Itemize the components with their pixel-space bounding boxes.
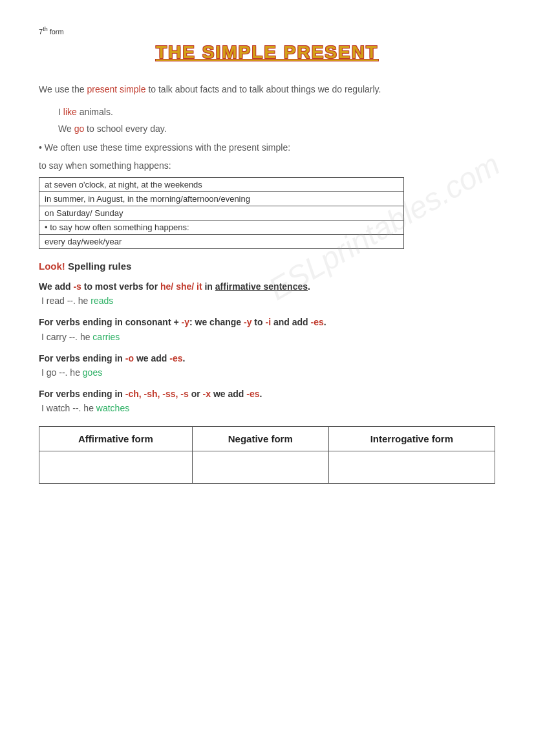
- time-row-2: in summer, in August, in the morning/aft…: [39, 191, 404, 206]
- rule-example-1: I read --. he reads: [41, 296, 495, 306]
- verb-like: like: [63, 107, 77, 117]
- table-row: • to say how often something happens:: [39, 220, 404, 234]
- table-row: on Saturday/ Sunday: [39, 206, 404, 220]
- forms-header-interrogative: Interrogative form: [328, 427, 495, 451]
- grade-sup: th: [43, 26, 48, 32]
- rule-text-1: We add -s to most verbs for he/ she/ it …: [39, 279, 495, 294]
- rule-text-3: For verbs ending in -o we add -es.: [39, 351, 495, 365]
- time-row-3: on Saturday/ Sunday: [39, 206, 404, 220]
- rule-example-3: I go --. he goes: [41, 367, 495, 378]
- time-row-1: at seven o'clock, at night, at the weeke…: [39, 177, 404, 191]
- rule-text-2: For verbs ending in consonant + -y: we c…: [39, 315, 495, 329]
- spelling-title: Look! Spelling rules: [39, 261, 495, 272]
- rule-block-2: For verbs ending in consonant + -y: we c…: [39, 315, 495, 341]
- grade-suffix: form: [48, 28, 64, 36]
- rule-example-2: I carry --. he carries: [41, 332, 495, 342]
- table-row: every day/week/year: [39, 234, 404, 248]
- highlight-present-simple: present simple: [87, 84, 145, 94]
- time-row-5: every day/week/year: [39, 234, 404, 248]
- grade-label: 7th form: [39, 26, 495, 36]
- rule-block-1: We add -s to most verbs for he/ she/ it …: [39, 279, 495, 306]
- example-1: I like animals.: [58, 107, 495, 117]
- intro-paragraph: We use the present simple to talk about …: [39, 82, 495, 96]
- time-expr-intro-1: • We often use these time expressions wi…: [39, 140, 495, 155]
- rule-text-4: For verbs ending in -ch, -sh, -ss, -s or…: [39, 387, 495, 401]
- forms-table: Affirmative form Negative form Interroga…: [39, 426, 495, 484]
- forms-table-row-empty: [39, 451, 495, 484]
- rule-block-3: For verbs ending in -o we add -es. I go …: [39, 351, 495, 378]
- rule-block-4: For verbs ending in -ch, -sh, -ss, -s or…: [39, 387, 495, 413]
- look-label: Look!: [39, 261, 65, 272]
- example-2: We go to school every day.: [58, 124, 495, 134]
- page-title: THE SIMPLE PRESENT: [39, 42, 495, 63]
- verb-go: go: [74, 124, 85, 134]
- spelling-rest: Spelling rules: [65, 261, 132, 272]
- time-expr-intro-2: to say when something happens:: [39, 158, 495, 173]
- rule-example-4: I watch --. he watches: [41, 403, 495, 413]
- time-expressions-table: at seven o'clock, at night, at the weeke…: [39, 177, 404, 249]
- time-row-4: • to say how often something happens:: [39, 220, 404, 234]
- forms-header-affirmative: Affirmative form: [39, 427, 193, 451]
- table-row: at seven o'clock, at night, at the weeke…: [39, 177, 404, 191]
- table-row: in summer, in August, in the morning/aft…: [39, 191, 404, 206]
- forms-header-negative: Negative form: [192, 427, 328, 451]
